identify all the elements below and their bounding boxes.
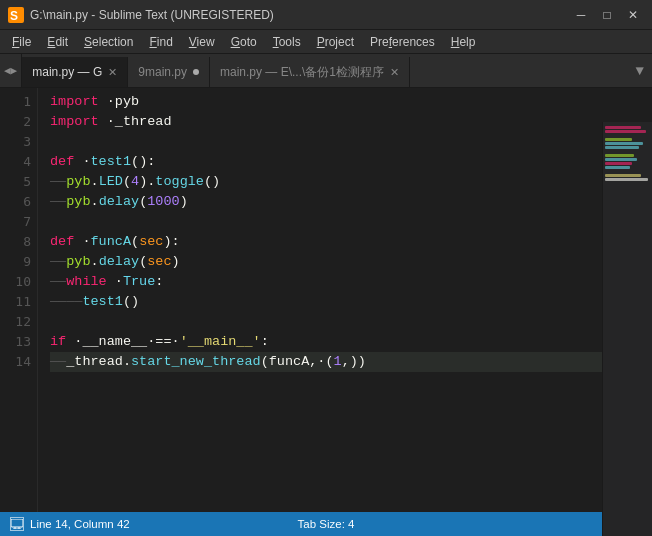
tab-main-py-g[interactable]: main.py — G ✕	[22, 57, 128, 87]
line-num-7: 7	[0, 212, 31, 232]
line-num-5: 5	[0, 172, 31, 192]
screen-icon	[10, 517, 24, 531]
menu-tools[interactable]: Tools	[265, 33, 309, 51]
line-num-14: 14	[0, 352, 31, 372]
line-num-12: 12	[0, 312, 31, 332]
close-button[interactable]: ✕	[622, 4, 644, 26]
svg-rect-2	[11, 519, 23, 527]
tab-label: main.py — G	[32, 65, 102, 79]
code-line-9: ——pyb.delay(sec)	[50, 252, 602, 272]
code-line-13: if ·__name__·==·'__main__':	[50, 332, 602, 352]
line-num-4: 4	[0, 152, 31, 172]
menu-preferences[interactable]: Preferences	[362, 33, 443, 51]
menu-file[interactable]: File	[4, 33, 39, 51]
title-bar: S G:\main.py - Sublime Text (UNREGISTERE…	[0, 0, 652, 30]
code-line-14: ——_thread.start_new_thread(funcA,·(1,))	[50, 352, 602, 372]
status-tab-size[interactable]: Tab Size: 4	[298, 518, 355, 530]
editor: 1 2 3 4 5 6 7 8 9 10 11 12 13 14 import …	[0, 88, 652, 512]
tab-modified-dot	[193, 69, 199, 75]
line-num-1: 1	[0, 92, 31, 112]
code-line-6: ——pyb.delay(1000)	[50, 192, 602, 212]
code-line-3	[50, 132, 602, 152]
menu-bar: File Edit Selection Find View Goto Tools…	[0, 30, 652, 54]
code-line-10: ——while ·True:	[50, 272, 602, 292]
tab-close-icon[interactable]: ✕	[390, 66, 399, 79]
menu-selection[interactable]: Selection	[76, 33, 141, 51]
status-center: Tab Size: 4	[221, 518, 432, 530]
line-num-6: 6	[0, 192, 31, 212]
line-num-2: 2	[0, 112, 31, 132]
code-line-8: def ·funcA(sec):	[50, 232, 602, 252]
code-line-4: def ·test1():	[50, 152, 602, 172]
title-left: S G:\main.py - Sublime Text (UNREGISTERE…	[8, 7, 274, 23]
tab-nav-arrows[interactable]: ◀▶	[0, 54, 22, 87]
status-left: Line 14, Column 42	[10, 517, 221, 531]
line-num-9: 9	[0, 252, 31, 272]
line-num-13: 13	[0, 332, 31, 352]
menu-goto[interactable]: Goto	[223, 33, 265, 51]
line-numbers: 1 2 3 4 5 6 7 8 9 10 11 12 13 14	[0, 88, 38, 512]
tab-label: main.py — E\...\备份1检测程序	[220, 64, 384, 81]
tab-label: 9main.py	[138, 65, 187, 79]
menu-project[interactable]: Project	[309, 33, 362, 51]
tab-main-py-backup[interactable]: main.py — E\...\备份1检测程序 ✕	[210, 57, 410, 87]
code-line-7	[50, 212, 602, 232]
code-area[interactable]: import ·pyb import ·_thread def ·test1()…	[38, 88, 602, 512]
minimap	[602, 122, 652, 536]
code-line-1: import ·pyb	[50, 92, 602, 112]
tab-9main-py[interactable]: 9main.py	[128, 57, 210, 87]
maximize-button[interactable]: □	[596, 4, 618, 26]
title-controls: ─ □ ✕	[570, 4, 644, 26]
line-num-10: 10	[0, 272, 31, 292]
title-text: G:\main.py - Sublime Text (UNREGISTERED)	[30, 8, 274, 22]
line-num-8: 8	[0, 232, 31, 252]
line-num-3: 3	[0, 132, 31, 152]
svg-text:S: S	[10, 9, 18, 23]
minimap-preview	[603, 122, 652, 186]
tab-bar: ◀▶ main.py — G ✕ 9main.py main.py — E\..…	[0, 54, 652, 88]
tab-close-icon[interactable]: ✕	[108, 66, 117, 79]
code-line-5: ——pyb.LED(4).toggle()	[50, 172, 602, 192]
tab-overflow-button[interactable]: ▼	[628, 63, 652, 79]
menu-help[interactable]: Help	[443, 33, 484, 51]
status-position: Line 14, Column 42	[30, 518, 130, 530]
sublime-logo-icon: S	[8, 7, 24, 23]
menu-view[interactable]: View	[181, 33, 223, 51]
code-line-12	[50, 312, 602, 332]
line-num-11: 11	[0, 292, 31, 312]
menu-edit[interactable]: Edit	[39, 33, 76, 51]
menu-find[interactable]: Find	[141, 33, 180, 51]
status-bar: Line 14, Column 42 Tab Size: 4 Python	[0, 512, 652, 536]
code-line-2: import ·_thread	[50, 112, 602, 132]
code-line-11: ————test1()	[50, 292, 602, 312]
minimize-button[interactable]: ─	[570, 4, 592, 26]
